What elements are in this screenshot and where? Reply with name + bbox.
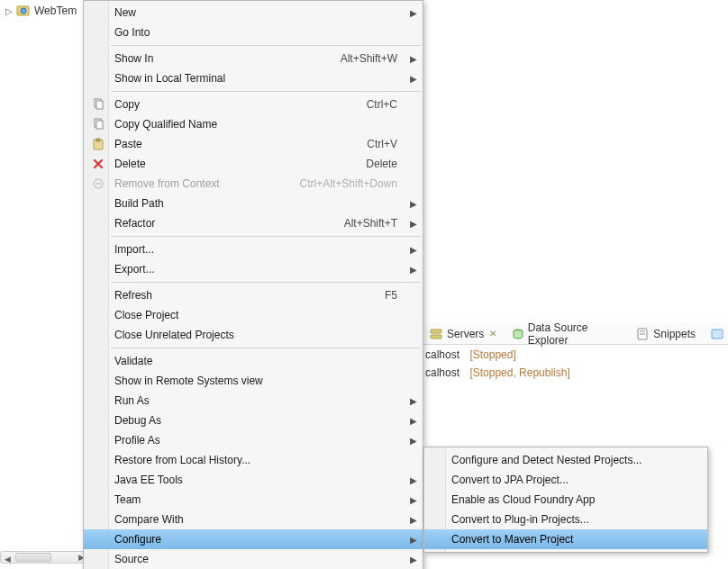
menu-item-label: Import... (114, 243, 406, 256)
menu-item-validate[interactable]: Validate (84, 351, 423, 371)
menu-item-profile-as[interactable]: Profile As▶ (84, 430, 423, 450)
menu-separator (111, 91, 421, 92)
copy-icon (91, 97, 105, 112)
server-row[interactable]: calhost [Stopped] (423, 346, 728, 364)
menu-item-go-into[interactable]: Go Into (84, 23, 423, 42)
tab-data-source-explorer[interactable]: Data Source Explorer (507, 320, 624, 348)
menu-item-debug-as[interactable]: Debug As▶ (84, 411, 423, 430)
menu-item-configure[interactable]: Configure▶ (84, 529, 423, 549)
menu-item-new[interactable]: New▶ (84, 3, 423, 23)
tree-expand-arrow-icon[interactable]: ▷ (5, 6, 13, 16)
snippets-icon (635, 327, 650, 341)
menu-item-label: Validate (114, 355, 406, 367)
svg-rect-12 (96, 121, 103, 129)
menu-item-label: Show in Remote Systems view (114, 375, 406, 387)
menu-item-label: Java EE Tools (114, 474, 406, 486)
menu-item-copy-qualified-name[interactable]: Copy Qualified Name (84, 114, 423, 134)
tab-servers-close-icon[interactable]: ✕ (487, 329, 496, 339)
horizontal-scrollbar[interactable]: ◀ ▶ (0, 551, 88, 564)
scrollbar-thumb[interactable] (15, 553, 51, 562)
bottom-tabs-panel: Servers ✕ Data Source Explorer Snippets (423, 323, 728, 345)
menu-item-show-in-remote-systems-view[interactable]: Show in Remote Systems view (84, 371, 423, 391)
project-icon (16, 4, 31, 18)
submenu-item-configure-and-detect-nested-projects[interactable]: Configure and Detect Nested Projects... (424, 450, 707, 470)
extra-icon (710, 327, 724, 341)
menu-separator (111, 45, 421, 46)
submenu-item-convert-to-maven-project[interactable]: Convert to Maven Project (424, 529, 707, 549)
menu-item-close-project[interactable]: Close Project (84, 305, 423, 325)
submenu-arrow-icon: ▶ (410, 495, 417, 505)
paste-icon (91, 137, 105, 151)
submenu-item-enable-as-cloud-foundry-app[interactable]: Enable as Cloud Foundry App (424, 490, 707, 510)
submenu-item-convert-to-jpa-project[interactable]: Convert to JPA Project... (424, 470, 707, 490)
svg-rect-8 (712, 330, 723, 339)
menu-item-source[interactable]: Source▶ (84, 549, 423, 569)
menu-item-import[interactable]: Import...▶ (84, 239, 423, 259)
submenu-arrow-icon: ▶ (410, 515, 417, 525)
tab-servers[interactable]: Servers ✕ (425, 325, 500, 343)
menu-item-show-in-local-terminal[interactable]: Show in Local Terminal▶ (84, 68, 423, 88)
configure-submenu: Configure and Detect Nested Projects...C… (423, 447, 708, 553)
menu-separator (111, 348, 421, 348)
tab-snippets[interactable]: Snippets (632, 325, 699, 343)
submenu-arrow-icon: ▶ (410, 265, 417, 275)
submenu-item-label: Enable as Cloud Foundry App (451, 493, 691, 506)
menu-item-shortcut: F5 (385, 289, 406, 302)
menu-item-team[interactable]: Team▶ (84, 490, 423, 510)
menu-item-restore-from-local-history[interactable]: Restore from Local History... (84, 450, 423, 470)
servers-panel: calhost [Stopped] calhost [Stopped, Repu… (423, 346, 728, 382)
menu-item-java-ee-tools[interactable]: Java EE Tools▶ (84, 470, 423, 490)
menu-item-shortcut: Delete (366, 158, 406, 170)
menu-item-refactor[interactable]: RefactorAlt+Shift+T▶ (84, 213, 423, 233)
menu-item-close-unrelated-projects[interactable]: Close Unrelated Projects (84, 325, 423, 345)
server-row[interactable]: calhost [Stopped, Republish] (423, 364, 728, 382)
svg-rect-14 (96, 139, 100, 141)
menu-item-compare-with[interactable]: Compare With▶ (84, 510, 423, 529)
project-name-label: WebTem (34, 5, 77, 17)
submenu-arrow-icon: ▶ (410, 199, 417, 209)
submenu-arrow-icon: ▶ (410, 555, 417, 564)
menu-item-show-in[interactable]: Show InAlt+Shift+W▶ (84, 49, 423, 68)
menu-item-label: Close Project (114, 309, 406, 321)
server-host-label: calhost (425, 348, 460, 361)
menu-item-paste[interactable]: PasteCtrl+V (84, 134, 423, 154)
menu-item-remove-from-context: Remove from ContextCtrl+Alt+Shift+Down (84, 174, 423, 194)
menu-item-refresh[interactable]: RefreshF5 (84, 285, 423, 305)
server-host-label: calhost (425, 366, 460, 379)
submenu-arrow-icon: ▶ (410, 416, 417, 426)
menu-item-label: Paste (114, 138, 367, 150)
menu-item-label: Show In (114, 52, 341, 65)
menu-item-copy[interactable]: CopyCtrl+C (84, 95, 423, 114)
submenu-item-convert-to-plug-in-projects[interactable]: Convert to Plug-in Projects... (424, 510, 707, 529)
menu-item-label: Refresh (114, 289, 385, 302)
tab-extra[interactable] (706, 325, 728, 343)
menu-item-label: Copy (114, 98, 367, 111)
tab-servers-label: Servers (447, 328, 484, 340)
svg-rect-10 (96, 101, 103, 109)
menu-item-label: Debug As (114, 414, 406, 427)
menu-item-run-as[interactable]: Run As▶ (84, 391, 423, 411)
submenu-arrow-icon: ▶ (410, 475, 417, 485)
submenu-arrow-icon: ▶ (410, 436, 417, 446)
menu-item-build-path[interactable]: Build Path▶ (84, 194, 423, 213)
submenu-item-label: Configure and Detect Nested Projects... (451, 454, 691, 466)
submenu-item-label: Convert to Maven Project (451, 533, 691, 546)
menu-item-delete[interactable]: DeleteDelete (84, 154, 423, 174)
menu-item-shortcut: Ctrl+Alt+Shift+Down (300, 177, 406, 190)
menu-item-shortcut: Ctrl+C (367, 98, 406, 111)
project-tree-item[interactable]: ▷ WebTem (5, 4, 77, 18)
context-menu: New▶Go IntoShow InAlt+Shift+W▶Show in Lo… (83, 0, 423, 569)
menu-item-export[interactable]: Export...▶ (84, 259, 423, 279)
menu-item-label: Build Path (114, 197, 406, 210)
menu-item-label: Configure (114, 533, 406, 546)
server-status-label: [Stopped, Republish] (469, 366, 569, 379)
submenu-arrow-icon: ▶ (410, 535, 417, 545)
menu-item-label: Remove from Context (114, 177, 300, 190)
svg-point-1 (21, 8, 26, 14)
delete-icon (91, 157, 105, 171)
menu-item-label: Export... (114, 263, 406, 275)
svg-rect-2 (431, 330, 441, 333)
scroll-left-icon[interactable]: ◀ (1, 554, 14, 564)
menu-item-label: Copy Qualified Name (114, 118, 406, 131)
tab-snippets-label: Snippets (653, 328, 696, 340)
